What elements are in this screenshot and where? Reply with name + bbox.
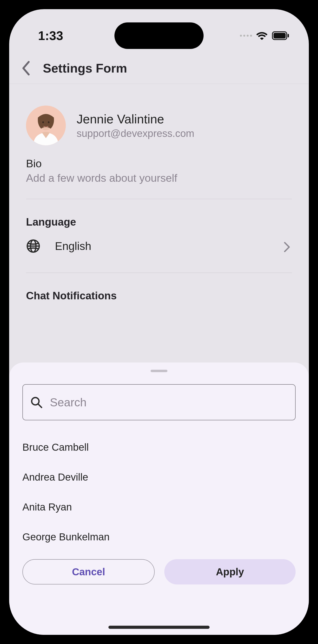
language-value: English: [55, 240, 269, 252]
wifi-icon: [256, 32, 267, 40]
bio-field[interactable]: Bio Add a few words about yourself: [26, 158, 292, 199]
dynamic-island: [114, 22, 204, 49]
svg-rect-2: [288, 34, 289, 37]
svg-rect-1: [274, 33, 286, 38]
cancel-button[interactable]: Cancel: [22, 559, 155, 584]
status-time: 1:33: [38, 28, 63, 43]
battery-icon: [272, 31, 290, 40]
list-item[interactable]: Andrea Deville: [22, 462, 296, 492]
search-box[interactable]: [22, 384, 296, 420]
avatar[interactable]: [26, 106, 66, 145]
profile-email: support@devexpress.com: [77, 128, 194, 139]
page-title: Settings Form: [43, 61, 127, 76]
back-button[interactable]: [19, 61, 33, 76]
profile-row: Jennie Valintine support@devexpress.com: [26, 84, 292, 158]
list-item[interactable]: George Bunkelman: [22, 522, 296, 552]
svg-point-5: [42, 121, 44, 123]
language-row[interactable]: English: [26, 239, 292, 273]
chevron-right-icon: [283, 242, 292, 250]
cellular-icon: [240, 35, 252, 37]
list-item[interactable]: Anita Ryan: [22, 492, 296, 522]
sheet-handle[interactable]: [151, 370, 167, 372]
search-input[interactable]: [50, 396, 288, 409]
chat-notifications-header: Chat Notifications: [26, 273, 292, 312]
svg-line-11: [38, 404, 42, 408]
globe-icon: [26, 239, 40, 253]
language-header: Language: [26, 199, 292, 239]
nav-bar: Settings Form: [9, 52, 309, 84]
bio-placeholder: Add a few words about yourself: [26, 172, 292, 184]
bio-label: Bio: [26, 158, 292, 170]
list-item[interactable]: Bruce Cambell: [22, 432, 296, 462]
apply-button[interactable]: Apply: [164, 559, 296, 584]
profile-name: Jennie Valintine: [77, 112, 194, 126]
svg-point-6: [48, 121, 50, 123]
home-indicator[interactable]: [108, 626, 210, 629]
search-icon: [30, 396, 43, 408]
bottom-sheet: Bruce Cambell Andrea Deville Anita Ryan …: [9, 362, 309, 635]
